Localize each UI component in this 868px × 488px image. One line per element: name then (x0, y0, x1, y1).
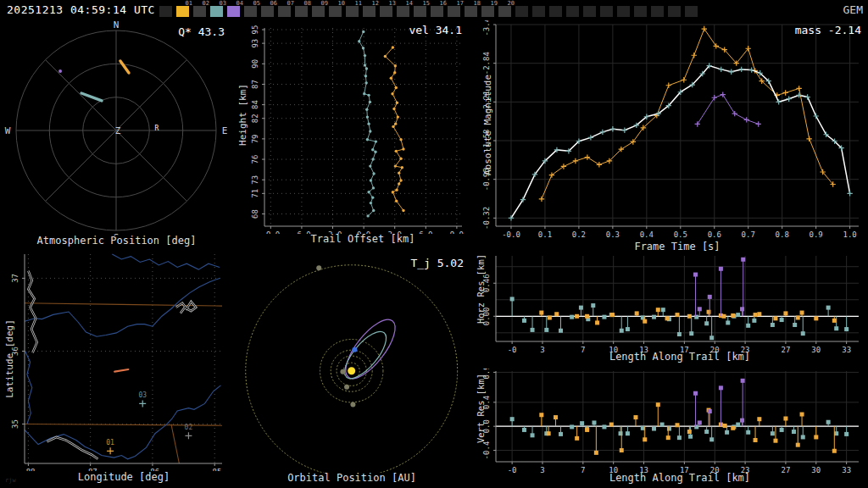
map-station-03: 03 (138, 391, 147, 399)
svg-text:84: 84 (251, 100, 259, 109)
station-number: 12 (372, 1, 379, 7)
station-box-10[interactable]: 10 (329, 1, 346, 19)
svg-text:3: 3 (540, 466, 544, 474)
station-box-17[interactable]: 17 (448, 1, 465, 19)
svg-text:0.6: 0.6 (708, 230, 721, 239)
svg-text:9.0: 9.0 (450, 230, 464, 234)
station-box-empty[interactable] (515, 1, 532, 19)
station-box-empty[interactable] (685, 1, 702, 19)
station-box-13[interactable]: 13 (380, 1, 397, 19)
polar-caption: Atmospheric Position [deg] (8, 235, 225, 247)
station-number: 18 (474, 1, 481, 7)
station-box-empty[interactable] (668, 1, 685, 19)
station-indicator (227, 6, 240, 17)
station-box-empty[interactable] (634, 1, 651, 19)
station-box-06[interactable]: 06 (261, 1, 278, 19)
trail-offset-ylabel: Height [km] (237, 47, 248, 183)
svg-text:0.4: 0.4 (640, 230, 654, 239)
svg-text:73: 73 (251, 175, 259, 185)
utc-timestamp: 20251213 04:59:14 UTC (7, 3, 155, 16)
svg-text:82: 82 (251, 114, 259, 123)
station-box-12[interactable]: 12 (363, 1, 380, 19)
vertical-residuals-chart: -0371013172023273033-0.40.00.40.9 (475, 369, 868, 488)
station-indicator (448, 6, 460, 17)
svg-text:R: R (155, 125, 159, 132)
svg-text:0.7: 0.7 (742, 230, 755, 239)
station-box-09[interactable]: 09 (312, 1, 329, 19)
station-indicator (397, 6, 409, 17)
station-number: 09 (321, 1, 328, 7)
station-indicator (566, 6, 579, 17)
svg-text:1.0: 1.0 (843, 230, 856, 239)
map-station-01: 01 (106, 439, 114, 446)
orbital-position-chart (237, 249, 475, 473)
station-indicator (414, 6, 426, 17)
station-box-08[interactable]: 08 (295, 1, 312, 19)
station-indicator (193, 6, 206, 17)
station-indicator (261, 6, 274, 17)
station-box-01[interactable]: 01 (176, 1, 193, 19)
svg-text:W: W (5, 125, 11, 136)
station-box-empty[interactable] (532, 1, 549, 19)
station-indicator (312, 6, 325, 17)
sky-trail-01 (120, 61, 129, 73)
lightcurve-01 (542, 29, 833, 199)
station-box-14[interactable]: 14 (397, 1, 414, 19)
station-box-05[interactable]: 05 (244, 1, 261, 19)
svg-text:-85: -85 (208, 468, 221, 471)
river (25, 278, 220, 336)
station-indicator (329, 6, 342, 17)
station-box-02[interactable]: 02 (193, 1, 210, 19)
station-box-empty[interactable] (549, 1, 566, 19)
station-indicator (159, 6, 172, 17)
station-number: 13 (389, 1, 396, 7)
station-number: 11 (355, 1, 362, 7)
horz-res-ylabel: Horz Res [km] (476, 234, 486, 344)
svg-text:90: 90 (251, 59, 259, 69)
svg-text:N: N (114, 20, 120, 30)
station-box-16[interactable]: 16 (431, 1, 448, 19)
atmospheric-position-chart: NESWZR (0, 20, 237, 236)
light-curve-ylabel: Absolute Magnitude (482, 32, 493, 219)
sky-dot-04 (58, 69, 62, 73)
station-indicator (244, 6, 257, 17)
trail-offset-xlabel: Trail Offset [km] (278, 233, 448, 245)
station-number: 06 (270, 1, 277, 7)
svg-text:Z: Z (115, 125, 121, 136)
station-indicator (634, 6, 647, 17)
station-box-04[interactable]: 04 (227, 1, 244, 19)
station-indicator (210, 6, 223, 17)
station-box-empty[interactable] (617, 1, 634, 19)
station-indicator (481, 6, 494, 17)
station-box-empty[interactable] (600, 1, 617, 19)
station-box-empty[interactable] (159, 1, 176, 19)
station-box-empty[interactable] (651, 1, 668, 19)
meteor-analysis-dashboard: 20251213 04:59:14 UTC 010203040506070809… (0, 0, 868, 488)
station-box-19[interactable]: 19 (481, 1, 498, 19)
svg-text:-9.0: -9.0 (261, 230, 280, 234)
svg-text:95: 95 (251, 25, 259, 35)
station-box-18[interactable]: 18 (465, 1, 481, 19)
svg-text:76: 76 (251, 155, 259, 164)
svg-text:7: 7 (581, 466, 585, 474)
station-box-empty[interactable] (583, 1, 600, 19)
map-xlabel: Longitude [deg] (39, 471, 209, 483)
station-number: 05 (253, 1, 260, 7)
station-indicator (583, 6, 596, 17)
station-box-07[interactable]: 07 (278, 1, 295, 19)
residuals-01 (539, 402, 837, 455)
station-box-empty[interactable] (566, 1, 583, 19)
vert-res-xlabel: Length Along Trail [km] (591, 472, 769, 484)
horz-res-xlabel: Length Along Trail [km] (591, 351, 769, 363)
velocity-value: vel 34.1 (364, 24, 462, 36)
light-curve-xlabel: Frame Time [s] (593, 241, 762, 252)
svg-text:79: 79 (251, 134, 259, 143)
station-box-20[interactable]: 20 (498, 1, 515, 19)
station-box-11[interactable]: 11 (346, 1, 363, 19)
station-box-15[interactable]: 15 (414, 1, 431, 19)
svg-text:-0: -0 (508, 466, 517, 474)
station-indicator (498, 6, 511, 17)
station-indicator (465, 6, 477, 17)
svg-text:33: 33 (842, 346, 851, 354)
station-box-03[interactable]: 03 (210, 1, 227, 19)
